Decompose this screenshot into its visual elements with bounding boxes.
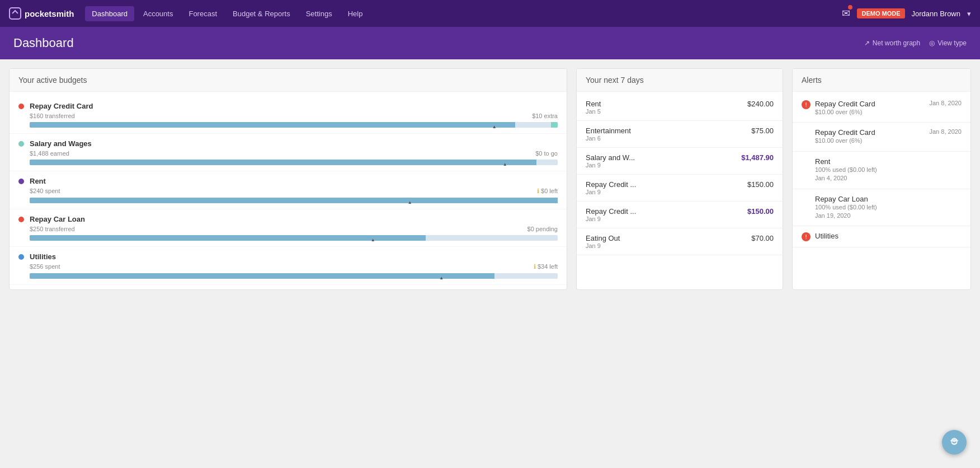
days-item-amount: $75.00: [751, 127, 774, 135]
days-item[interactable]: Entertainment Jan 6 $75.00: [577, 121, 783, 148]
alerts-list: ! Repay Credit Card $10.00 over (6%) Jan…: [793, 92, 970, 250]
budget-bar-marker: ▲: [371, 237, 375, 242]
budgets-title: Your active budgets: [18, 76, 87, 85]
alert-item: ! Repay Credit Card $10.00 over (6%) Jan…: [793, 94, 970, 123]
days-item-date: Jan 9: [586, 242, 751, 249]
budget-bar-extra: [551, 122, 558, 128]
days-item-name: Repay Credit ...: [586, 180, 747, 189]
budget-item[interactable]: Repay Credit Card $160 transferred $10 e…: [10, 96, 567, 134]
budget-name: Utilities: [30, 252, 558, 261]
user-dropdown-icon[interactable]: ▾: [967, 10, 971, 18]
mail-notification-badge: [848, 5, 852, 10]
trend-icon: ↗: [864, 39, 870, 47]
budget-bar-container: ▲: [18, 235, 558, 241]
budget-left-label: $1,488 earned: [30, 150, 69, 157]
days-item-info: Entertainment Jan 6: [586, 127, 751, 142]
alert-content: Rent 100% used ($0.00 left) Jan 4, 2020: [815, 157, 962, 183]
budget-bar-track: ▲: [30, 160, 558, 165]
budget-dot: [18, 104, 24, 109]
svg-rect-0: [10, 8, 21, 19]
days-item[interactable]: Rent Jan 5 $240.00: [577, 94, 783, 121]
budget-bar-container: ▲: [18, 122, 558, 128]
nav-forecast[interactable]: Forecast: [182, 6, 224, 21]
alert-item: Rent 100% used ($0.00 left) Jan 4, 2020: [793, 152, 970, 189]
alerts-scroll[interactable]: ! Repay Credit Card $10.00 over (6%) Jan…: [793, 92, 970, 250]
days-item-amount: $150.00: [747, 180, 774, 189]
budget-bar-marker: ▲: [503, 162, 507, 167]
alert-content: Repay Credit Card $10.00 over (6%) Jan 8…: [815, 100, 962, 116]
navbar-right: ✉ DEMO MODE Jordann Brown ▾: [842, 7, 971, 20]
budget-bar-fill: [30, 198, 558, 203]
days-item[interactable]: Repay Credit ... Jan 9 $150.00: [577, 202, 783, 228]
nav-accounts[interactable]: Accounts: [136, 6, 180, 21]
mail-icon: ✉: [842, 8, 850, 19]
brand-logo[interactable]: pocketsmith: [9, 7, 74, 20]
budget-name: Rent: [30, 177, 558, 185]
days-item[interactable]: Repay Credit ... Jan 9 $150.00: [577, 175, 783, 202]
budget-right-label: $10 extra: [532, 113, 558, 119]
budget-bar-marker: ▲: [408, 200, 412, 205]
net-worth-graph-button[interactable]: ↗ Net worth graph: [864, 39, 920, 47]
budget-item[interactable]: Utilities $256 spent ℹ$34 left ▲: [10, 247, 567, 285]
budget-left-label: $160 transferred: [30, 113, 75, 119]
budget-item[interactable]: Rent $240 spent ℹ$0 left ▲: [10, 171, 567, 209]
budget-right-label: ℹ$0 left: [537, 188, 558, 195]
budget-meta: $250 transferred $0 pending: [18, 226, 558, 232]
days-item-amount: $70.00: [751, 234, 774, 242]
alerts-panel: Alerts ! Repay Credit Card $10.00 over (…: [792, 68, 971, 290]
budget-bar-fill: [30, 160, 536, 165]
budget-bar-fill: [30, 122, 515, 128]
alert-title: Utilities: [815, 232, 962, 240]
next7days-scroll[interactable]: Rent Jan 5 $240.00 Entertainment Jan 6 $…: [577, 92, 783, 258]
alerts-title: Alerts: [802, 76, 822, 85]
budget-left-label: $240 spent: [30, 188, 60, 195]
view-type-label: View type: [937, 39, 967, 47]
budget-dot: [18, 179, 24, 184]
mail-button[interactable]: ✉: [842, 7, 850, 20]
days-item-info: Repay Credit ... Jan 9: [586, 207, 747, 222]
days-item-info: Rent Jan 5: [586, 100, 747, 115]
nav-dashboard[interactable]: Dashboard: [85, 6, 134, 21]
nav-settings[interactable]: Settings: [299, 6, 339, 21]
alert-title: Repay Credit Card: [815, 128, 875, 137]
next7days-title: Your next 7 days: [586, 76, 644, 85]
budget-bar-marker: ▲: [492, 124, 497, 129]
days-item[interactable]: Eating Out Jan 9 $70.00: [577, 228, 783, 255]
budget-bar-track: ▲: [30, 198, 558, 203]
alert-desc: 100% used ($0.00 left) Jan 19, 2020: [815, 203, 962, 221]
alert-item: Repay Car Loan 100% used ($0.00 left) Ja…: [793, 189, 970, 227]
days-item-amount: $150.00: [747, 207, 774, 216]
alert-item: Repay Credit Card $10.00 over (6%) Jan 8…: [793, 123, 970, 151]
net-worth-label: Net worth graph: [873, 39, 920, 47]
user-name: Jordann Brown: [912, 10, 960, 18]
alert-title: Repay Credit Card: [815, 100, 875, 108]
budget-bar-container: ▲: [18, 198, 558, 203]
header-actions: ↗ Net worth graph ◎ View type: [864, 39, 967, 47]
nav-budget-reports[interactable]: Budget & Reports: [226, 6, 297, 21]
days-item-date: Jan 9: [586, 162, 741, 169]
budget-item[interactable]: Salary and Wages $1,488 earned $0 to go …: [10, 134, 567, 171]
budgets-list: Repay Credit Card $160 transferred $10 e…: [10, 92, 567, 289]
budget-dot: [18, 141, 24, 147]
budget-name: Salary and Wages: [30, 139, 558, 148]
budget-right-label: $0 pending: [527, 226, 558, 232]
alert-desc: $10.00 over (6%): [815, 108, 875, 116]
budget-item[interactable]: Repay Car Loan $250 transferred $0 pendi…: [10, 209, 567, 247]
budget-left-label: $256 spent: [30, 263, 60, 270]
budget-bar-marker: ▲: [439, 275, 444, 280]
budget-bar-track: ▲: [30, 235, 558, 241]
alert-details: Repay Credit Card $10.00 over (6%): [815, 100, 875, 116]
view-type-button[interactable]: ◎ View type: [929, 39, 967, 47]
budget-right-label: $0 to go: [535, 150, 558, 157]
days-item-amount: $240.00: [747, 100, 774, 108]
budget-dot: [18, 254, 24, 260]
days-list: Rent Jan 5 $240.00 Entertainment Jan 6 $…: [577, 92, 783, 258]
alert-desc: 100% used ($0.00 left) Jan 4, 2020: [815, 166, 962, 183]
page-title: Dashboard: [13, 36, 864, 50]
budget-meta: $240 spent ℹ$0 left: [18, 188, 558, 195]
nav-help[interactable]: Help: [341, 6, 370, 21]
alert-icon: !: [802, 232, 811, 241]
alert-title: Repay Car Loan: [815, 195, 962, 203]
days-item-name: Rent: [586, 100, 747, 108]
days-item[interactable]: Salary and W... Jan 9 $1,487.90: [577, 148, 783, 175]
